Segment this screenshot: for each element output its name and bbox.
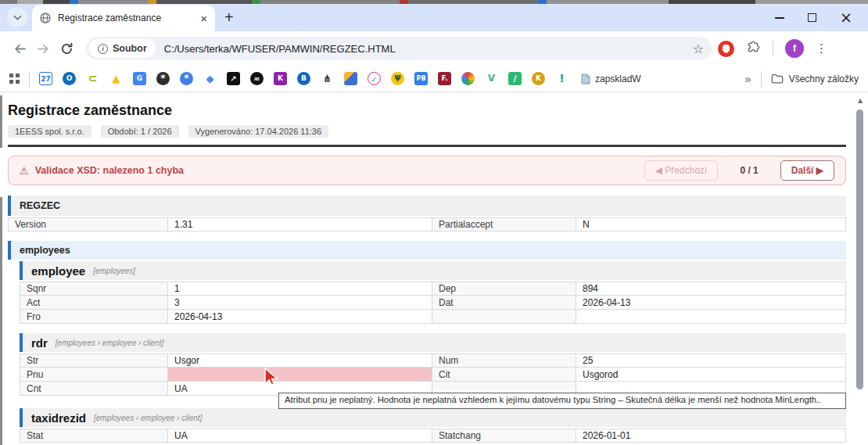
tab-search-button[interactable] — [7, 7, 27, 27]
field-label: Statchang — [432, 429, 576, 443]
minimize-icon — [775, 17, 784, 19]
minimize-button[interactable] — [775, 17, 784, 19]
field-label: Dat — [432, 296, 576, 310]
section-title: REGZEC — [20, 200, 60, 211]
bookmark-paperclip-icon[interactable]: ⊂ — [86, 72, 99, 85]
bookmark-pb-icon[interactable]: PB — [414, 72, 428, 85]
warning-icon: ⚠ — [20, 165, 29, 177]
section-accent-bar — [20, 261, 23, 280]
page-icon — [581, 74, 590, 84]
scrollbar-up-icon[interactable]: ▲ — [855, 95, 865, 104]
next-error-button[interactable]: Další ▶ — [780, 160, 834, 181]
new-tab-button[interactable]: + — [224, 9, 234, 25]
field-label: Pnu — [20, 368, 168, 382]
browser-tab[interactable]: Registrace zaměstnance × — [32, 5, 215, 31]
all-bookmarks-label: Všechny záložky — [789, 74, 859, 84]
bookmark-mascot-icon[interactable] — [344, 72, 357, 85]
employees-children: employee [employees] Sqnr 1 Dep 894 Act … — [20, 260, 846, 443]
bookmarks-separator — [29, 71, 30, 87]
table-row: Pnu Cit Usgorod — [20, 368, 846, 382]
field-value: Usgorod — [576, 368, 846, 382]
bookmark-label: zapskladW — [595, 74, 641, 84]
bookmark-b-hexagon-icon[interactable]: B — [297, 72, 310, 85]
section-header-employees: employees — [8, 241, 846, 260]
toolbar-separator — [773, 41, 773, 56]
field-label: Version — [8, 217, 168, 231]
field-label: Str — [20, 353, 168, 368]
breadcrumb: [employees] — [93, 267, 135, 275]
apps-grid-icon[interactable] — [9, 74, 20, 84]
prev-error-button[interactable]: ◀ Předchozí — [644, 160, 719, 181]
extensions-puzzle-icon[interactable] — [746, 40, 761, 58]
close-button[interactable]: × — [840, 10, 852, 25]
reload-button[interactable] — [55, 42, 78, 56]
section-header-regzec: REGZEC — [8, 196, 846, 216]
adblock-extension-icon[interactable] — [718, 41, 734, 57]
bookmark-chatgpt-dark-icon[interactable]: * — [156, 72, 170, 85]
window-controls: × — [775, 10, 868, 25]
folder-icon — [771, 74, 784, 84]
profile-avatar[interactable]: f — [785, 39, 804, 58]
page-scrollbar[interactable]: ▲ — [855, 95, 865, 445]
bookmark-k-purple-icon[interactable]: K — [274, 72, 287, 85]
bookmark-chatgpt-blue-icon[interactable]: * — [180, 72, 193, 85]
bookmarks-bar: 27O⊂▲G**◆↗≈KB⋔✓ΨPBF.V/K! zapskladW » Vše… — [0, 66, 868, 92]
bookmark-vue-icon[interactable]: V — [485, 72, 498, 85]
bookmark-restaurant-icon[interactable]: ⋔ — [321, 72, 334, 85]
bookmarks-separator-2 — [761, 71, 762, 87]
tab-close-icon[interactable]: × — [200, 13, 207, 24]
divider-rule — [8, 145, 846, 147]
regzec-table: Version 1.31 Partialaccept N — [8, 217, 846, 231]
bookmark-k-gold-icon[interactable]: K — [532, 72, 545, 85]
forward-button[interactable] — [31, 42, 55, 56]
field-value: 25 — [576, 353, 846, 368]
url-text[interactable]: C:/Users/terka/WFUSER/PAMWIN/REGZEC.HTML — [164, 43, 693, 55]
scrollbar-thumb[interactable] — [856, 109, 863, 389]
bookmark-color-globe-icon[interactable] — [461, 72, 475, 85]
bookmark-google-calendar-icon[interactable]: 27 — [39, 72, 52, 85]
validation-actions: ◀ Předchozí 0 / 1 Další ▶ — [644, 160, 834, 181]
bookmark-gemini-icon[interactable]: ◆ — [203, 72, 217, 85]
bookmark-google-translate-icon[interactable]: G — [133, 72, 146, 85]
browser-menu-icon[interactable]: ⋮ — [816, 41, 827, 56]
subsection-header-employee: employee [employees] — [20, 261, 846, 280]
subsection-title: taxidrezid — [31, 411, 86, 425]
bookmark-dark-circle-icon[interactable]: ≈ — [250, 72, 264, 85]
bookmark-cactus-icon[interactable]: Ψ — [391, 72, 404, 85]
bookmark-star-icon[interactable]: ☆ — [693, 41, 704, 56]
bookmark-google-drive-icon[interactable]: ▲ — [109, 72, 123, 85]
rdr-table: Str Usgor Num 25 Pnu Cit Usgorod Cnt UA — [20, 353, 846, 396]
back-button[interactable] — [8, 42, 31, 56]
back-icon — [13, 42, 27, 56]
info-icon[interactable]: i — [98, 44, 108, 54]
field-value: 2026-01-01 — [576, 429, 846, 443]
page-title: Registrace zaměstnance — [8, 102, 846, 119]
bookmark-share-box-icon[interactable]: ↗ — [227, 72, 240, 85]
section-accent-bar — [20, 408, 23, 427]
chevron-down-icon — [13, 13, 21, 20]
subsection-header-rdr: rdr [employees › employee › client] — [20, 333, 846, 352]
maximize-button[interactable] — [808, 13, 816, 22]
reload-icon — [60, 42, 74, 56]
section-regzec: REGZEC Version 1.31 Partialaccept N — [8, 196, 846, 231]
bookmark-f-serif-icon[interactable]: F. — [438, 72, 451, 85]
bookmark-edit-square-icon[interactable]: / — [508, 72, 522, 85]
bookmark-check-icon[interactable]: ✓ — [368, 72, 381, 85]
invalid-field-value[interactable] — [168, 368, 432, 382]
maximize-icon — [808, 13, 816, 22]
subsection-taxidrezid: taxidrezid [employees › employee › clien… — [20, 408, 846, 443]
file-scheme-chip[interactable]: i Soubor — [89, 39, 156, 58]
bookmark-outlook-icon[interactable]: O — [63, 72, 76, 85]
field-value: 2026-04-13 — [168, 310, 432, 324]
field-value — [576, 310, 846, 324]
taxidrezid-table: Stat UA Statchang 2026-01-01 — [20, 429, 846, 443]
file-chip-label: Soubor — [113, 43, 147, 54]
all-bookmarks-button[interactable]: Všechny záložky — [771, 74, 859, 84]
bookmark-zapskladw[interactable]: zapskladW — [581, 74, 641, 84]
address-bar[interactable]: i Soubor C:/Users/terka/WFUSER/PAMWIN/RE… — [86, 37, 712, 60]
field-value: UA — [168, 429, 432, 443]
bookmark-exclaim-icon[interactable]: ! — [555, 72, 569, 85]
bookmarks-overflow-icon[interactable]: » — [744, 72, 751, 85]
section-accent-bar — [20, 333, 23, 352]
section-accent-bar — [8, 196, 11, 216]
